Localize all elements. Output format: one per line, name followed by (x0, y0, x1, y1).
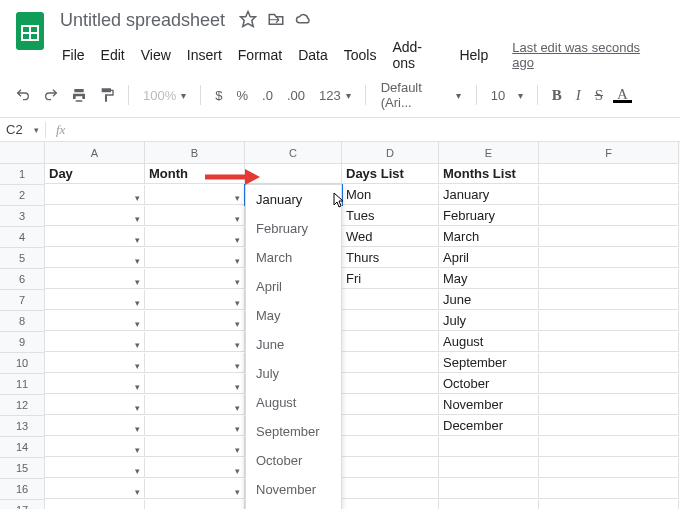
cell-F9[interactable] (539, 332, 679, 352)
dropdown-option[interactable]: September (246, 417, 341, 446)
cell-F13[interactable] (539, 416, 679, 436)
cell-E9[interactable]: August (439, 332, 539, 352)
italic-button[interactable]: I (572, 87, 585, 104)
col-header-F[interactable]: F (539, 142, 679, 164)
row-header[interactable]: 15 (0, 458, 45, 479)
row-header[interactable]: 7 (0, 290, 45, 311)
menu-edit[interactable]: Edit (95, 45, 131, 65)
cell-F7[interactable] (539, 290, 679, 310)
menu-file[interactable]: File (56, 45, 91, 65)
cell-B7[interactable] (145, 290, 245, 310)
cell-D6[interactable]: Fri (342, 269, 439, 289)
text-color-button[interactable]: A (613, 88, 632, 103)
cell-E13[interactable]: December (439, 416, 539, 436)
row-header[interactable]: 9 (0, 332, 45, 353)
dropdown-option[interactable]: August (246, 388, 341, 417)
cell-A15[interactable] (45, 458, 145, 478)
cell-A9[interactable] (45, 332, 145, 352)
row-header[interactable]: 8 (0, 311, 45, 332)
cell-A3[interactable] (45, 206, 145, 226)
more-formats-button[interactable]: 123 (315, 88, 355, 103)
cell-E11[interactable]: October (439, 374, 539, 394)
cell-A11[interactable] (45, 374, 145, 394)
col-header-C[interactable]: C (245, 142, 342, 164)
cell-A1[interactable]: Day (45, 164, 145, 184)
cell-F15[interactable] (539, 458, 679, 478)
menu-help[interactable]: Help (453, 45, 494, 65)
cell-D2[interactable]: Mon (342, 185, 439, 205)
cell-A12[interactable] (45, 395, 145, 415)
increase-decimals-button[interactable]: .00 (283, 88, 309, 103)
cell-E10[interactable]: September (439, 353, 539, 373)
dropdown-option[interactable]: November (246, 475, 341, 504)
cell-D1[interactable]: Days List (342, 164, 439, 184)
cell-E12[interactable]: November (439, 395, 539, 415)
cell-D12[interactable] (342, 395, 439, 415)
doc-title[interactable]: Untitled spreadsheet (56, 8, 229, 33)
dropdown-option[interactable]: July (246, 359, 341, 388)
cell-F11[interactable] (539, 374, 679, 394)
cell-E17[interactable] (439, 500, 539, 509)
cell-F3[interactable] (539, 206, 679, 226)
cell-F2[interactable] (539, 185, 679, 205)
bold-button[interactable]: B (548, 87, 566, 104)
cell-F14[interactable] (539, 437, 679, 457)
cell-A5[interactable] (45, 248, 145, 268)
cell-D5[interactable]: Thurs (342, 248, 439, 268)
col-header-B[interactable]: B (145, 142, 245, 164)
cell-E5[interactable]: April (439, 248, 539, 268)
cell-E8[interactable]: July (439, 311, 539, 331)
name-box[interactable]: C2 (0, 118, 45, 141)
row-header[interactable]: 4 (0, 227, 45, 248)
dropdown-option[interactable]: December (246, 504, 341, 509)
star-icon[interactable] (239, 10, 257, 31)
col-header-A[interactable]: A (45, 142, 145, 164)
col-header-D[interactable]: D (342, 142, 439, 164)
cell-B9[interactable] (145, 332, 245, 352)
dropdown-option[interactable]: June (246, 330, 341, 359)
cell-E4[interactable]: March (439, 227, 539, 247)
paint-format-button[interactable] (96, 84, 118, 106)
cell-A14[interactable] (45, 437, 145, 457)
cell-B6[interactable] (145, 269, 245, 289)
menu-format[interactable]: Format (232, 45, 288, 65)
row-header[interactable]: 5 (0, 248, 45, 269)
row-header[interactable]: 11 (0, 374, 45, 395)
row-header[interactable]: 12 (0, 395, 45, 416)
cell-F8[interactable] (539, 311, 679, 331)
cell-B8[interactable] (145, 311, 245, 331)
cell-B11[interactable] (145, 374, 245, 394)
data-validation-dropdown[interactable]: January February March April May June Ju… (245, 184, 342, 509)
cell-A6[interactable] (45, 269, 145, 289)
cell-B16[interactable] (145, 479, 245, 499)
row-header[interactable]: 1 (0, 164, 45, 185)
row-header[interactable]: 17 (0, 500, 45, 509)
cell-D4[interactable]: Wed (342, 227, 439, 247)
row-header[interactable]: 6 (0, 269, 45, 290)
currency-button[interactable]: $ (211, 88, 226, 103)
cell-D7[interactable] (342, 290, 439, 310)
cloud-icon[interactable] (295, 10, 313, 31)
cell-B4[interactable] (145, 227, 245, 247)
cell-D8[interactable] (342, 311, 439, 331)
menu-view[interactable]: View (135, 45, 177, 65)
select-all-corner[interactable] (0, 142, 45, 164)
cell-D3[interactable]: Tues (342, 206, 439, 226)
cell-E15[interactable] (439, 458, 539, 478)
cell-E16[interactable] (439, 479, 539, 499)
cell-E14[interactable] (439, 437, 539, 457)
dropdown-option[interactable]: February (246, 214, 341, 243)
cell-F1[interactable] (539, 164, 679, 184)
dropdown-option[interactable]: May (246, 301, 341, 330)
cell-A17[interactable] (45, 500, 145, 509)
cell-D17[interactable] (342, 500, 439, 509)
cell-B2[interactable] (145, 185, 245, 205)
row-header[interactable]: 2 (0, 185, 45, 206)
font-selector[interactable]: Default (Ari... (376, 79, 466, 111)
cell-B12[interactable] (145, 395, 245, 415)
cell-B14[interactable] (145, 437, 245, 457)
cell-E6[interactable]: May (439, 269, 539, 289)
last-edit-link[interactable]: Last edit was seconds ago (506, 38, 668, 72)
menu-insert[interactable]: Insert (181, 45, 228, 65)
cell-F10[interactable] (539, 353, 679, 373)
